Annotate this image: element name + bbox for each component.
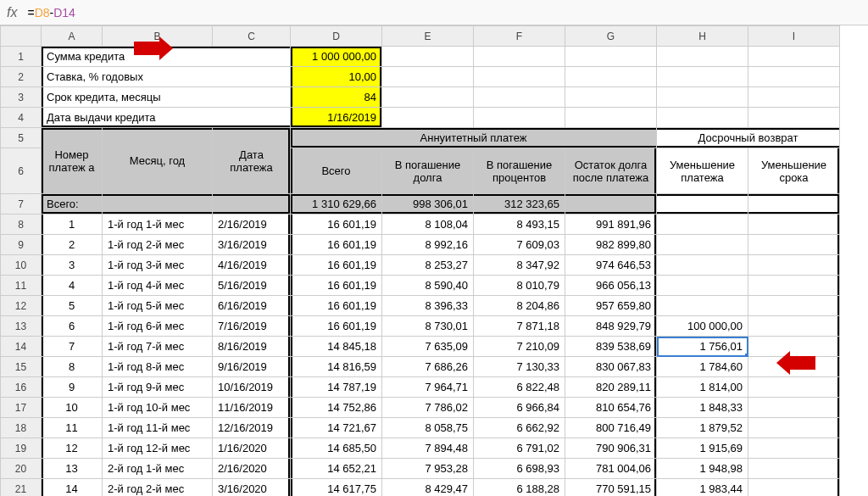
cell-F[interactable]: 6 791,02 xyxy=(474,438,565,459)
row-header-6[interactable]: 6 xyxy=(1,148,42,194)
hdr-debt[interactable]: В погашение долга xyxy=(382,148,474,194)
cell-G[interactable]: 790 906,31 xyxy=(565,438,657,459)
cell-E[interactable]: 8 590,40 xyxy=(382,276,474,296)
spreadsheet-grid[interactable]: A B C D E F G H I 1 Сумма кредита 1 000 … xyxy=(0,25,840,496)
row-header-7[interactable]: 7 xyxy=(1,194,42,215)
cell-A[interactable]: 9 xyxy=(42,377,103,398)
cell-I[interactable] xyxy=(748,459,840,479)
cell-E[interactable]: 8 429,47 xyxy=(382,479,474,497)
cell-D[interactable]: 16 601,19 xyxy=(291,316,382,337)
cell-H[interactable]: 1 848,33 xyxy=(657,398,748,418)
col-header-E[interactable]: E xyxy=(382,26,474,47)
cell-A[interactable]: 3 xyxy=(42,255,103,276)
cell-B[interactable]: 1-й год 2-й мес xyxy=(103,235,213,255)
cell-E[interactable]: 7 786,02 xyxy=(382,398,474,418)
cell-C[interactable]: 3/16/2020 xyxy=(213,479,291,497)
cell-F[interactable]: 8 204,86 xyxy=(474,296,565,316)
cell-B[interactable]: 1-й год 7-й мес xyxy=(103,337,213,357)
cell-H[interactable] xyxy=(657,215,748,235)
cell-C[interactable]: 2/16/2019 xyxy=(213,215,291,235)
cell-I[interactable] xyxy=(748,398,840,418)
cell-F2[interactable] xyxy=(474,67,565,87)
cell-I[interactable] xyxy=(748,418,840,438)
cell-H[interactable]: 1 948,98 xyxy=(657,459,748,479)
cell-H4[interactable] xyxy=(657,108,748,128)
cell-C[interactable]: 10/16/2019 xyxy=(213,377,291,398)
cell-H[interactable] xyxy=(657,276,748,296)
cell-I[interactable] xyxy=(748,255,840,276)
cell-A[interactable]: 14 xyxy=(42,479,103,497)
row-header-4[interactable]: 4 xyxy=(1,108,42,128)
cell-I[interactable] xyxy=(748,377,840,398)
cell-A[interactable]: 2 xyxy=(42,235,103,255)
col-header-I[interactable]: I xyxy=(748,26,840,47)
cell-G[interactable]: 991 891,96 xyxy=(565,215,657,235)
cell-H[interactable] xyxy=(657,255,748,276)
cell-D[interactable]: 14 787,19 xyxy=(291,377,382,398)
row-header[interactable]: 8 xyxy=(1,215,42,235)
corner-cell[interactable] xyxy=(1,26,42,47)
cell-A[interactable]: 4 xyxy=(42,276,103,296)
cell-G[interactable]: 770 591,15 xyxy=(565,479,657,497)
col-header-C[interactable]: C xyxy=(213,26,291,47)
formula-bar[interactable]: fx =D8-D14 xyxy=(0,0,868,25)
cell-D[interactable]: 16 601,19 xyxy=(291,255,382,276)
cell-I7[interactable] xyxy=(748,194,840,215)
cell-A7[interactable]: Всего: xyxy=(42,194,103,215)
cell-H[interactable] xyxy=(657,235,748,255)
cell-F4[interactable] xyxy=(474,108,565,128)
hdr-date[interactable]: Дата платежа xyxy=(213,128,291,194)
row-header[interactable]: 13 xyxy=(1,316,42,337)
hdr-reduce-pay[interactable]: Уменьшение платежа xyxy=(657,148,748,194)
cell-D[interactable]: 14 685,50 xyxy=(291,438,382,459)
row-header-5[interactable]: 5 xyxy=(1,128,42,148)
cell-F1[interactable] xyxy=(474,47,565,67)
row-header[interactable]: 18 xyxy=(1,418,42,438)
cell-C7[interactable] xyxy=(213,194,291,215)
cell-E[interactable]: 8 396,33 xyxy=(382,296,474,316)
row-header[interactable]: 10 xyxy=(1,255,42,276)
cell-A[interactable]: 7 xyxy=(42,337,103,357)
cell-E1[interactable] xyxy=(382,47,474,67)
cell-C[interactable]: 8/16/2019 xyxy=(213,337,291,357)
cell-H3[interactable] xyxy=(657,87,748,108)
cell-C[interactable]: 1/16/2020 xyxy=(213,438,291,459)
cell-C[interactable]: 4/16/2019 xyxy=(213,255,291,276)
cell-E[interactable]: 8 730,01 xyxy=(382,316,474,337)
cell-A3-label[interactable]: Срок кредита, месяцы xyxy=(42,87,291,108)
cell-I2[interactable] xyxy=(748,67,840,87)
cell-G[interactable]: 966 056,13 xyxy=(565,276,657,296)
cell-C[interactable]: 2/16/2020 xyxy=(213,459,291,479)
cell-E[interactable]: 8 058,75 xyxy=(382,418,474,438)
col-header-H[interactable]: H xyxy=(657,26,748,47)
cell-F3[interactable] xyxy=(474,87,565,108)
cell-E[interactable]: 7 686,26 xyxy=(382,357,474,377)
cell-B[interactable]: 1-й год 11-й мес xyxy=(103,418,213,438)
cell-H[interactable]: 1 983,44 xyxy=(657,479,748,497)
row-header[interactable]: 12 xyxy=(1,296,42,316)
cell-G3[interactable] xyxy=(565,87,657,108)
cell-D[interactable]: 16 601,19 xyxy=(291,276,382,296)
cell-F[interactable]: 6 662,92 xyxy=(474,418,565,438)
cell-E[interactable]: 7 964,71 xyxy=(382,377,474,398)
row-header[interactable]: 16 xyxy=(1,377,42,398)
cell-I[interactable] xyxy=(748,235,840,255)
cell-H7[interactable] xyxy=(657,194,748,215)
cell-D3[interactable]: 84 xyxy=(291,87,382,108)
cell-F[interactable]: 6 822,48 xyxy=(474,377,565,398)
cell-F[interactable]: 6 188,28 xyxy=(474,479,565,497)
col-header-A[interactable]: A xyxy=(42,26,103,47)
cell-B[interactable]: 1-й год 10-й мес xyxy=(103,398,213,418)
cell-H[interactable]: 1 756,01 xyxy=(657,337,748,357)
hdr-nomer[interactable]: Номер платеж а xyxy=(42,128,103,194)
cell-A2-label[interactable]: Ставка, % годовых xyxy=(42,67,291,87)
cell-E[interactable]: 7 635,09 xyxy=(382,337,474,357)
hdr-total[interactable]: Всего xyxy=(291,148,382,194)
hdr-remain[interactable]: Остаток долга после платежа xyxy=(565,148,657,194)
row-header[interactable]: 9 xyxy=(1,235,42,255)
hdr-reduce-term[interactable]: Уменьшение срока xyxy=(748,148,840,194)
cell-A[interactable]: 12 xyxy=(42,438,103,459)
row-header-2[interactable]: 2 xyxy=(1,67,42,87)
cell-H[interactable]: 1 814,00 xyxy=(657,377,748,398)
cell-A[interactable]: 11 xyxy=(42,418,103,438)
